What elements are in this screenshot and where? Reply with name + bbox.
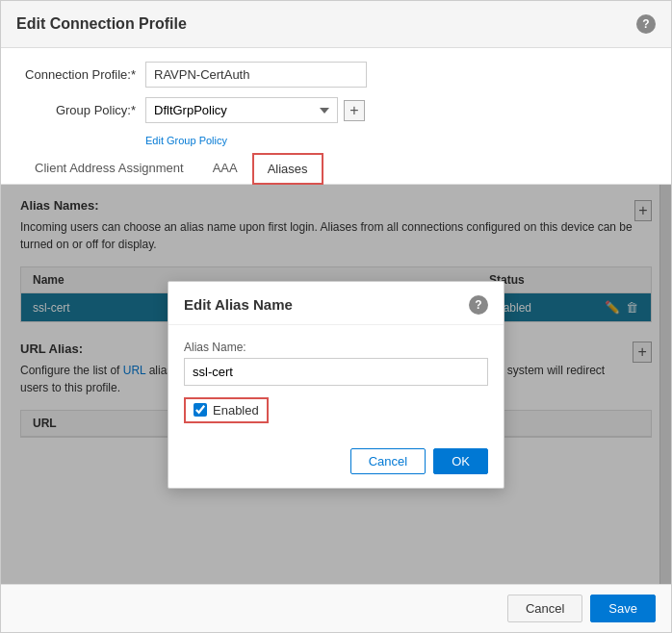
modal-body: Alias Name: Enabled [168, 325, 504, 439]
content-area: Alias Names: Incoming users can choose a… [1, 185, 671, 584]
tab-client-address[interactable]: Client Address Assignment [20, 153, 198, 185]
modal-cancel-button[interactable]: Cancel [350, 448, 426, 474]
tabs-bar: Client Address Assignment AAA Aliases [1, 153, 671, 185]
edit-alias-modal: Edit Alias Name ? Alias Name: Enabled Ca… [168, 281, 504, 489]
enabled-checkbox[interactable] [194, 403, 207, 417]
panel-title: Edit Connection Profile [16, 15, 187, 33]
alias-name-label: Alias Name: [184, 341, 488, 354]
group-policy-label: Group Policy:* [20, 103, 145, 117]
main-panel: Edit Connection Profile ? Connection Pro… [0, 0, 672, 633]
connection-profile-input[interactable] [145, 62, 367, 88]
tab-aliases[interactable]: Aliases [252, 153, 323, 185]
enabled-checkbox-row: Enabled [184, 397, 269, 423]
modal-overlay: Edit Alias Name ? Alias Name: Enabled Ca… [1, 185, 671, 584]
modal-header: Edit Alias Name ? [168, 282, 504, 325]
modal-help-icon[interactable]: ? [469, 295, 488, 315]
group-policy-row: Group Policy:* DfltGrpPolicy + [20, 97, 652, 123]
bottom-bar: Cancel Save [1, 584, 671, 632]
form-section: Connection Profile:* Group Policy:* Dflt… [1, 48, 671, 147]
modal-footer: Cancel OK [168, 439, 504, 488]
group-policy-select[interactable]: DfltGrpPolicy [145, 97, 338, 123]
save-button[interactable]: Save [590, 595, 656, 622]
modal-title: Edit Alias Name [184, 296, 293, 313]
connection-profile-row: Connection Profile:* [20, 62, 652, 88]
group-policy-add-button[interactable]: + [344, 100, 365, 121]
enabled-checkbox-label: Enabled [213, 403, 259, 418]
cancel-button[interactable]: Cancel [507, 595, 582, 622]
panel-header: Edit Connection Profile ? [1, 1, 671, 48]
connection-profile-label: Connection Profile:* [20, 67, 145, 82]
alias-name-input[interactable] [184, 358, 488, 386]
edit-group-policy-row: Edit Group Policy [20, 133, 652, 147]
header-help-icon[interactable]: ? [636, 14, 656, 34]
edit-group-policy-link[interactable]: Edit Group Policy [145, 135, 227, 146]
tab-aaa[interactable]: AAA [198, 153, 252, 185]
modal-ok-button[interactable]: OK [433, 448, 488, 474]
group-policy-select-wrapper: DfltGrpPolicy + [145, 97, 365, 123]
